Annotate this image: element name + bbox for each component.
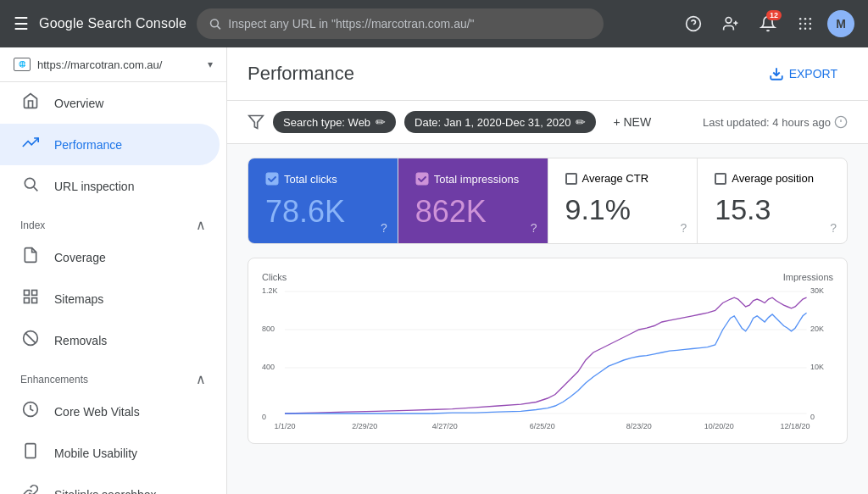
svg-point-13 — [799, 28, 802, 31]
svg-text:8/23/20: 8/23/20 — [626, 422, 652, 430]
svg-line-17 — [34, 187, 38, 191]
property-selector[interactable]: 🌐 https://marcotran.com.au/ ▾ — [0, 47, 226, 82]
checkbox-icon — [715, 173, 726, 185]
svg-point-9 — [810, 18, 812, 20]
svg-text:0: 0 — [262, 413, 266, 421]
svg-line-23 — [25, 333, 36, 343]
svg-rect-21 — [25, 298, 30, 303]
metric-label: Total impressions — [415, 172, 531, 186]
svg-text:800: 800 — [262, 325, 275, 333]
metric-total-clicks[interactable]: Total clicks 78.6K ? — [248, 158, 398, 243]
apps-button[interactable] — [790, 8, 821, 39]
vitals-icon — [20, 401, 41, 422]
filter-icon[interactable] — [248, 114, 264, 130]
metric-total-impressions[interactable]: Total impressions 862K ? — [398, 158, 548, 243]
search-icon — [209, 17, 221, 31]
sidebar-item-label: URL inspection — [54, 180, 134, 193]
new-label: + NEW — [613, 115, 651, 129]
sidebar-item-core-web-vitals[interactable]: Core Web Vitals — [0, 391, 226, 432]
svg-point-14 — [804, 28, 807, 31]
svg-text:4/27/20: 4/27/20 — [432, 422, 458, 430]
notifications-button[interactable]: 12 — [753, 8, 783, 39]
svg-point-8 — [804, 18, 807, 20]
user-avatar[interactable]: M — [827, 10, 854, 37]
export-button[interactable]: EXPORT — [759, 61, 848, 86]
metric-label: Total clicks — [265, 172, 381, 186]
edit-icon: ✏ — [576, 115, 586, 129]
sidebar-item-performance[interactable]: Performance — [0, 124, 220, 165]
metric-name: Average position — [732, 172, 814, 185]
help-icon[interactable]: ? — [830, 221, 837, 235]
svg-text:6/25/20: 6/25/20 — [530, 422, 555, 430]
search-bar[interactable] — [197, 8, 604, 39]
notification-badge: 12 — [766, 10, 782, 20]
y-axis-left-label: Clicks — [262, 272, 287, 282]
metrics-row: Total clicks 78.6K ? Total impressions 8… — [248, 158, 848, 244]
svg-text:0: 0 — [810, 413, 815, 421]
collapse-icon[interactable]: ∧ — [196, 217, 206, 233]
info-icon — [834, 115, 848, 129]
page-title: Performance — [248, 63, 354, 85]
trending-up-icon — [20, 134, 41, 155]
svg-point-12 — [810, 23, 812, 25]
svg-text:2/29/20: 2/29/20 — [352, 422, 377, 430]
performance-chart: 1.2K 800 400 0 30K 20K 10K 0 1/1/2 — [262, 284, 833, 436]
chart-container: Clicks Impressions 1.2K 800 400 0 30K 20… — [248, 258, 848, 444]
svg-point-15 — [810, 28, 812, 31]
content-area: Performance EXPORT Search type: Web ✏ Da… — [227, 47, 868, 494]
svg-point-0 — [211, 19, 219, 27]
sidebar-item-label: Mobile Usability — [54, 447, 137, 460]
sidebar-item-url-inspection[interactable]: URL inspection — [0, 165, 226, 207]
checkbox-icon — [565, 173, 577, 185]
topbar: ☰ Google Search Console 12 M — [0, 0, 868, 47]
sidebar-item-label: Removals — [54, 334, 107, 347]
svg-rect-20 — [32, 298, 37, 303]
new-filter-button[interactable]: + NEW — [604, 111, 659, 133]
search-type-filter[interactable]: Search type: Web ✏ — [273, 111, 396, 133]
impressions-line — [285, 297, 807, 414]
chevron-down-icon: ▾ — [208, 58, 213, 70]
svg-text:20K: 20K — [810, 325, 824, 333]
svg-text:1.2K: 1.2K — [262, 286, 277, 295]
metric-average-ctr[interactable]: Average CTR 9.1% ? — [548, 158, 698, 243]
main-layout: 🌐 https://marcotran.com.au/ ▾ Overview P… — [0, 47, 868, 494]
svg-text:12/18/20: 12/18/20 — [781, 422, 810, 430]
enhancements-section-label: Enhancements — [20, 374, 88, 386]
svg-text:10K: 10K — [810, 363, 824, 371]
collapse-icon[interactable]: ∧ — [196, 371, 206, 387]
coverage-icon — [20, 247, 41, 268]
url-search-input[interactable] — [228, 17, 592, 31]
removals-icon — [20, 330, 41, 351]
sidebar-item-removals[interactable]: Removals — [0, 319, 226, 361]
help-icon[interactable]: ? — [381, 221, 387, 235]
home-icon — [20, 92, 41, 114]
sidebar-item-overview[interactable]: Overview — [0, 82, 226, 124]
sidebar-item-label: Sitemaps — [54, 292, 103, 306]
sidebar-item-coverage[interactable]: Coverage — [0, 236, 226, 278]
help-icon[interactable]: ? — [531, 221, 537, 235]
metric-label: Average CTR — [565, 172, 681, 185]
metric-value: 78.6K — [265, 194, 381, 230]
date-filter[interactable]: Date: Jan 1, 2020-Dec 31, 2020 ✏ — [404, 111, 596, 133]
sidebar-item-mobile-usability[interactable]: Mobile Usability — [0, 432, 226, 474]
property-icon: 🌐 — [14, 58, 31, 71]
filter-bar: Search type: Web ✏ Date: Jan 1, 2020-Dec… — [227, 101, 868, 144]
sidebar-item-sitelinks-searchbox[interactable]: Sitelinks searchbox — [0, 474, 226, 494]
mobile-icon — [20, 442, 41, 463]
sidebar-item-label: Performance — [54, 138, 122, 152]
content-header: Performance EXPORT — [227, 47, 868, 101]
metric-value: 15.3 — [715, 193, 830, 226]
y-axis-right-label: Impressions — [783, 272, 833, 282]
svg-text:1/1/20: 1/1/20 — [274, 422, 295, 430]
metric-name: Total clicks — [284, 173, 337, 186]
svg-rect-18 — [25, 291, 30, 296]
menu-icon[interactable]: ☰ — [14, 14, 29, 34]
sidebar-item-label: Coverage — [54, 251, 106, 264]
help-icon[interactable]: ? — [680, 221, 687, 235]
add-user-button[interactable] — [715, 8, 746, 39]
app-logo: Google Search Console — [39, 16, 186, 31]
metric-average-position[interactable]: Average position 15.3 ? — [698, 158, 847, 243]
enhancements-section: Enhancements ∧ — [0, 361, 226, 391]
sidebar-item-sitemaps[interactable]: Sitemaps — [0, 278, 226, 319]
help-button[interactable] — [678, 8, 709, 39]
